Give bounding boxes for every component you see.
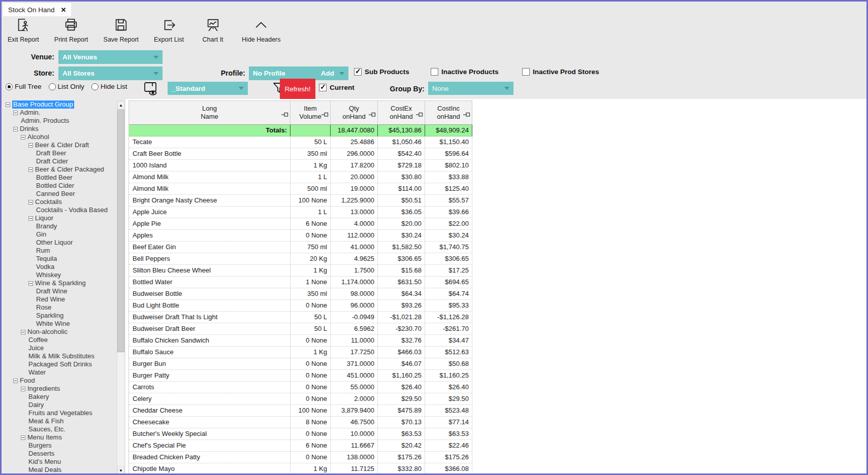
- tree-item[interactable]: Kid's Menu: [4, 458, 116, 466]
- tree-item[interactable]: Alcohol: [4, 133, 116, 141]
- inactive-products-checkbox[interactable]: Inactive Products: [431, 68, 499, 76]
- collapse-minus-icon[interactable]: [28, 281, 33, 286]
- hide-headers-button[interactable]: Hide Headers: [242, 17, 280, 43]
- tree-item[interactable]: Other Liquor: [4, 239, 116, 247]
- tree-item[interactable]: Desserts: [4, 450, 116, 458]
- tree-item[interactable]: Wine & Sparkling: [4, 279, 116, 287]
- tree-item[interactable]: Admin. Products: [4, 117, 116, 125]
- collapse-minus-icon[interactable]: [13, 127, 18, 131]
- collapse-minus-icon[interactable]: [13, 111, 18, 115]
- tree-item[interactable]: Beer & Cider Draft: [4, 141, 116, 149]
- table-row[interactable]: Bright Orange Nasty Cheese100 None1,225.…: [129, 195, 472, 207]
- tree-item[interactable]: Brandy: [4, 222, 116, 230]
- table-row[interactable]: Budweiser Bottle350 ml98.0000$64.34$64.7…: [129, 288, 472, 300]
- tree-item[interactable]: Draft Cider: [4, 157, 116, 165]
- tree-item[interactable]: Cocktails - Vodka Based: [4, 206, 116, 214]
- layout-select[interactable]: _Standard: [168, 82, 248, 95]
- tree-item[interactable]: Rose: [4, 303, 116, 312]
- table-row[interactable]: Bell Peppers20 Kg4.9625$306.65$306.65: [129, 253, 472, 265]
- collapse-minus-icon[interactable]: [6, 103, 10, 107]
- tree-item[interactable]: Milk & Milk Substitutes: [4, 352, 116, 360]
- collapse-minus-icon[interactable]: [21, 387, 25, 391]
- scroll-down-icon[interactable]: ▼: [117, 466, 124, 474]
- column-header-qty-onhand[interactable]: QtyonHand: [331, 100, 378, 125]
- column-header-costinc-onhand[interactable]: CostInconHand: [425, 100, 472, 125]
- tree-item[interactable]: Vodka: [4, 263, 116, 271]
- pin-icon[interactable]: [369, 111, 376, 119]
- table-row[interactable]: Budweiser Draft That Is Light50 L-0.0949…: [129, 312, 472, 323]
- collapse-minus-icon[interactable]: [28, 143, 33, 148]
- tree-item[interactable]: Juice: [4, 344, 116, 352]
- table-row[interactable]: Beef Eater Gin750 ml41.0000$1,582.50$1,7…: [129, 242, 472, 253]
- tree-item[interactable]: Bakery: [4, 393, 116, 401]
- table-row[interactable]: Breaded Chicken Patty0 None138.0000$175.…: [129, 452, 472, 463]
- collapse-minus-icon[interactable]: [13, 379, 18, 383]
- full-tree-radio[interactable]: Full Tree: [6, 83, 42, 90]
- close-icon[interactable]: ✕: [61, 6, 67, 14]
- collapse-minus-icon[interactable]: [28, 167, 33, 172]
- tree-item[interactable]: Draft Beer: [4, 149, 116, 157]
- table-row[interactable]: Buffalo Chicken Sandwich0 None11.0000$32…: [129, 335, 472, 347]
- table-row[interactable]: Buffalo Sauce1 Kg17.7250$466.03$512.63: [129, 347, 472, 358]
- tree-item[interactable]: Food: [4, 377, 116, 385]
- export-list-button[interactable]: Export List: [154, 17, 184, 43]
- tree-item[interactable]: Red Wine: [4, 295, 116, 303]
- column-header-item-volume[interactable]: ItemVolume: [291, 100, 331, 125]
- exit-report-button[interactable]: Exit Report: [8, 17, 39, 43]
- collapse-minus-icon[interactable]: [21, 330, 25, 334]
- table-row[interactable]: Bottled Water1 None1,174.0000$631.50$694…: [129, 277, 472, 288]
- table-row[interactable]: Chef's Special Pie6 None11.6667$20.42$22…: [129, 440, 472, 452]
- table-row[interactable]: Slilton Bleu Cheese Wheel1 Kg1.7500$15.6…: [129, 265, 472, 277]
- table-row[interactable]: Butcher's Weekly Special0 None10.0000$63…: [129, 428, 472, 440]
- table-row[interactable]: Carrots0 None55.0000$26.40$26.40: [129, 382, 472, 393]
- tree-item[interactable]: Meat & Fish: [4, 417, 116, 425]
- tree-item[interactable]: Tequila: [4, 255, 116, 263]
- tree-item[interactable]: Admin.: [4, 109, 116, 117]
- list-only-radio[interactable]: List Only: [49, 83, 85, 90]
- tree-item[interactable]: Canned Beer: [4, 190, 116, 198]
- collapse-minus-icon[interactable]: [21, 135, 25, 140]
- sub-products-checkbox[interactable]: Sub Products: [354, 68, 409, 76]
- tree-item[interactable]: Burgers: [4, 442, 116, 450]
- table-row[interactable]: Cheddar Cheese100 None3,879.9400$475.89$…: [129, 405, 472, 417]
- inactive-prod-stores-checkbox[interactable]: Inactive Prod Stores: [522, 68, 599, 76]
- preview-layout-icon[interactable]: [143, 80, 159, 98]
- scrollbar-thumb[interactable]: [117, 110, 124, 352]
- tree-scrollbar[interactable]: ▲ ▼: [117, 100, 125, 475]
- tree-item[interactable]: Rum: [4, 247, 116, 255]
- pin-icon[interactable]: [416, 111, 423, 119]
- table-row[interactable]: Apple Juice1 L13.0000$36.05$39.66: [129, 207, 472, 218]
- table-row[interactable]: Apple Pie6 None4.0000$20.00$22.00: [129, 218, 472, 230]
- refresh-button[interactable]: Refresh!: [280, 79, 315, 99]
- hide-list-radio[interactable]: Hide List: [91, 83, 127, 90]
- tree-item[interactable]: Packaged Soft Drinks: [4, 360, 116, 368]
- table-row[interactable]: Burger Patty0 None451.0000$1,160.25$1,16…: [129, 370, 472, 382]
- tree-item[interactable]: Non-alcoholic: [4, 328, 116, 336]
- tree-item[interactable]: Draft Wine: [4, 287, 116, 295]
- tree-item[interactable]: Base Product Group: [4, 100, 116, 109]
- chart-it-button[interactable]: Chart It: [199, 17, 227, 43]
- report-tab[interactable]: Stock On Hand ✕: [3, 3, 71, 16]
- profile-add-button[interactable]: Add: [321, 70, 334, 77]
- collapse-minus-icon[interactable]: [28, 216, 33, 221]
- table-row[interactable]: Almond Milk1 L20.0000$30.80$33.88: [129, 172, 472, 183]
- tree-item[interactable]: Liquor: [4, 214, 116, 222]
- table-row[interactable]: Cheesecake8 None46.7500$70.13$77.14: [129, 417, 472, 428]
- save-report-button[interactable]: Save Report: [104, 17, 139, 43]
- table-row[interactable]: Craft Beer Bottle350 ml296.0000$542.40$5…: [129, 148, 472, 160]
- tree-item[interactable]: Dairy: [4, 401, 116, 409]
- table-row[interactable]: Tecate50 L25.4886$1,050.46$1,150.40: [129, 137, 472, 148]
- table-row[interactable]: Apples0 None112.0000$30.24$30.24: [129, 230, 472, 242]
- column-header-long-name[interactable]: LongName: [129, 100, 291, 125]
- pin-icon[interactable]: [463, 111, 470, 119]
- collapse-minus-icon[interactable]: [21, 435, 25, 440]
- tree-item[interactable]: Menu Items: [4, 433, 116, 442]
- tree-item[interactable]: Water: [4, 368, 116, 377]
- tree-item[interactable]: Meal Deals: [4, 466, 116, 474]
- profile-select[interactable]: No Profile Add: [249, 66, 348, 80]
- table-row[interactable]: Burger Bun0 None371.0000$46.07$50.68: [129, 358, 472, 370]
- store-select[interactable]: All Stores: [58, 66, 163, 80]
- tree-item[interactable]: Bottled Cider: [4, 182, 116, 190]
- tree-item[interactable]: Beer & Cider Packaged: [4, 165, 116, 174]
- venue-select[interactable]: All Venues: [58, 50, 163, 64]
